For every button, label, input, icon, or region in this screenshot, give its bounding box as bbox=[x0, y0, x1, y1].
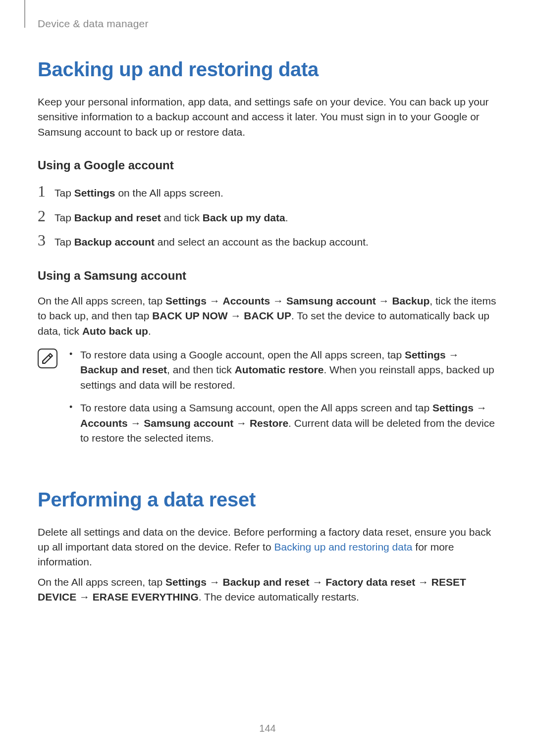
step-text: Tap Backup account and select an account… bbox=[54, 233, 369, 250]
bold: Backup and reset bbox=[74, 212, 161, 223]
bold: Backup and reset bbox=[80, 364, 167, 375]
bold: Samsung account bbox=[144, 417, 233, 429]
note-icon bbox=[38, 349, 57, 368]
step-number: 2 bbox=[38, 208, 54, 224]
text: Tap bbox=[54, 212, 74, 223]
arrow: → bbox=[228, 310, 244, 321]
step-number: 1 bbox=[38, 183, 54, 199]
bold: Settings bbox=[74, 187, 115, 199]
step-3: 3 Tap Backup account and select an accou… bbox=[38, 232, 499, 250]
arrow: → bbox=[474, 402, 487, 413]
reset-para-2: On the All apps screen, tap Settings → B… bbox=[38, 575, 499, 605]
bold: Restore bbox=[250, 417, 288, 429]
cross-reference-link[interactable]: Backing up and restoring data bbox=[274, 541, 412, 553]
svg-line-0 bbox=[49, 355, 51, 357]
text: . The device automatically restarts. bbox=[199, 591, 359, 603]
arrow: → bbox=[376, 295, 392, 306]
arrow: → bbox=[207, 576, 223, 588]
step-2: 2 Tap Backup and reset and tick Back up … bbox=[38, 208, 499, 225]
steps-google: 1 Tap Settings on the All apps screen. 2… bbox=[38, 183, 499, 250]
samsung-para: On the All apps screen, tap Settings → A… bbox=[38, 294, 499, 339]
text: . bbox=[148, 325, 151, 337]
bold: Factory data reset bbox=[325, 576, 415, 588]
text: To restore data using a Google account, … bbox=[80, 349, 405, 360]
note-block: To restore data using a Google account, … bbox=[38, 348, 499, 454]
step-1: 1 Tap Settings on the All apps screen. bbox=[38, 183, 499, 201]
bold: Accounts bbox=[223, 295, 270, 306]
bold: Settings bbox=[165, 295, 207, 306]
text: and select an account as the backup acco… bbox=[155, 236, 369, 248]
arrow: → bbox=[207, 295, 223, 306]
text: To restore data using a Samsung account,… bbox=[80, 402, 432, 413]
bold: Backup and reset bbox=[223, 576, 310, 588]
text: , and then tick bbox=[167, 364, 235, 375]
bold: Auto back up bbox=[82, 325, 148, 337]
bold: Backup bbox=[392, 295, 429, 306]
bold: BACK UP NOW bbox=[152, 310, 227, 321]
bold: ERASE EVERYTHING bbox=[93, 591, 199, 603]
pencil-note-icon bbox=[41, 352, 54, 365]
bold: Settings bbox=[432, 402, 474, 413]
running-header: Device & data manager bbox=[38, 18, 499, 30]
section-title-reset: Performing a data reset bbox=[38, 489, 499, 511]
page-number: 144 bbox=[0, 723, 535, 734]
arrow: → bbox=[310, 576, 326, 588]
arrow: → bbox=[233, 417, 250, 429]
text: Tap bbox=[54, 187, 74, 199]
arrow: → bbox=[76, 591, 93, 603]
bold: Settings bbox=[165, 576, 207, 588]
arrow: → bbox=[415, 576, 431, 588]
bold: Accounts bbox=[80, 417, 128, 429]
gap bbox=[38, 454, 499, 489]
bold: BACK UP bbox=[244, 310, 291, 321]
text: on the All apps screen. bbox=[115, 187, 223, 199]
intro-paragraph: Keep your personal information, app data… bbox=[38, 95, 499, 140]
subheading-google: Using a Google account bbox=[38, 158, 499, 172]
step-text: Tap Settings on the All apps screen. bbox=[54, 184, 223, 201]
bold: Automatic restore bbox=[235, 364, 324, 375]
step-number: 3 bbox=[38, 232, 54, 248]
bold: Samsung account bbox=[286, 295, 376, 306]
reset-para-1: Delete all settings and data on the devi… bbox=[38, 525, 499, 570]
note-list: To restore data using a Google account, … bbox=[68, 348, 499, 454]
page: Device & data manager Backing up and res… bbox=[0, 0, 535, 756]
note-item: To restore data using a Samsung account,… bbox=[68, 401, 499, 446]
bold: Back up my data bbox=[203, 212, 285, 223]
text: . bbox=[285, 212, 288, 223]
arrow: → bbox=[270, 295, 286, 306]
subheading-samsung: Using a Samsung account bbox=[38, 269, 499, 283]
step-text: Tap Backup and reset and tick Back up my… bbox=[54, 208, 288, 225]
bold: Backup account bbox=[74, 236, 155, 248]
text: On the All apps screen, tap bbox=[38, 295, 165, 306]
text: On the All apps screen, tap bbox=[38, 576, 165, 588]
margin-rule bbox=[24, 0, 25, 28]
bold: Settings bbox=[405, 349, 446, 360]
text: and tick bbox=[161, 212, 203, 223]
arrow: → bbox=[128, 417, 144, 429]
section-title-backup: Backing up and restoring data bbox=[38, 58, 499, 81]
arrow: → bbox=[446, 349, 459, 360]
text: Tap bbox=[54, 236, 74, 248]
note-item: To restore data using a Google account, … bbox=[68, 348, 499, 393]
content-area: Backing up and restoring data Keep your … bbox=[38, 58, 499, 605]
